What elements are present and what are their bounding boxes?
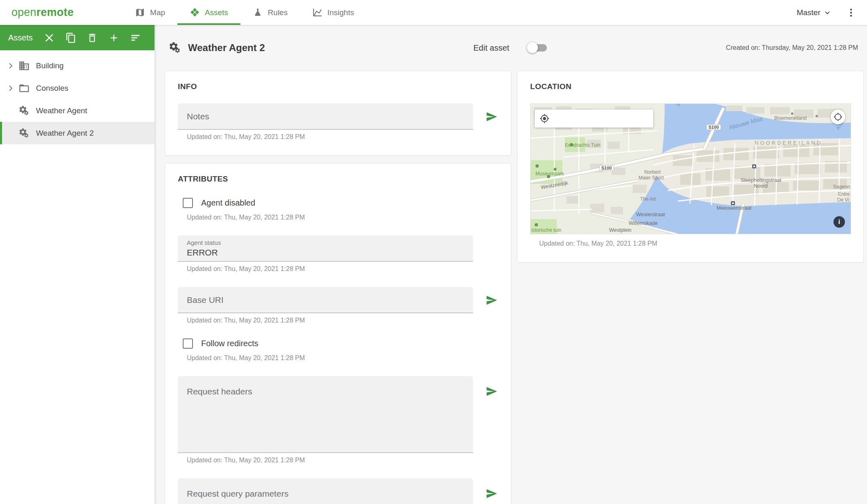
send-icon — [486, 294, 497, 306]
notes-field-label: Notes — [187, 112, 209, 121]
chevron-right-icon[interactable] — [6, 61, 18, 70]
request-query-parameters-label: Request query parameters — [187, 489, 289, 499]
agent-status-field: Agent status ERROR — [178, 235, 473, 262]
chevron-down-icon — [823, 8, 832, 17]
map-info-button[interactable]: i — [833, 216, 845, 228]
base-uri-field[interactable]: Base URI — [178, 287, 473, 313]
asset-viewer: Weather Agent 2 Edit asset Created on: T… — [155, 25, 867, 504]
tab-assets-label: Assets — [205, 8, 228, 17]
asset-tree: Building Consoles Weather Agent Weather … — [0, 50, 155, 144]
agent-status-label: Agent status — [187, 239, 221, 246]
tree-item-consoles[interactable]: Consoles — [0, 77, 155, 99]
copy-icon — [65, 32, 76, 43]
tab-map[interactable]: Map — [123, 0, 177, 25]
kebab-menu-icon[interactable] — [846, 7, 856, 18]
tree-item-building[interactable]: Building — [0, 54, 155, 77]
agent-cogs-icon — [18, 128, 30, 139]
crosshair-icon — [833, 112, 842, 121]
main-nav: Map Assets Rules Insights — [123, 0, 366, 25]
base-uri-updated: Updated on: Thu, May 20, 2021 1:28 PM — [187, 317, 498, 324]
tree-item-label: Weather Agent — [36, 106, 87, 115]
follow-redirects-label: Follow redirects — [201, 339, 258, 348]
sidebar-header: Assets — [0, 25, 155, 50]
tab-rules-label: Rules — [268, 8, 288, 17]
chevron-spacer — [6, 106, 18, 115]
insights-icon — [312, 7, 323, 18]
geolocate-icon — [540, 114, 549, 123]
send-icon — [486, 488, 497, 500]
tab-map-label: Map — [150, 8, 165, 17]
notes-updated-text: Updated on: Thu, May 20, 2021 1:28 PM — [187, 133, 498, 141]
logo-text-open: open — [11, 6, 36, 18]
follow-redirects-checkbox[interactable] — [183, 338, 193, 349]
send-icon — [486, 385, 497, 397]
request-headers-field[interactable]: Request headers — [178, 376, 473, 453]
tree-item-label: Consoles — [36, 84, 68, 93]
chevron-right-icon[interactable] — [6, 84, 18, 93]
send-icon — [486, 111, 497, 123]
duplicate-asset-button[interactable] — [63, 30, 78, 45]
attribute-follow-redirects: Follow redirects Updated on: Thu, May 20… — [178, 338, 498, 362]
follow-redirects-updated: Updated on: Thu, May 20, 2021 1:28 PM — [187, 354, 498, 362]
trash-icon — [87, 32, 98, 43]
openremote-logo[interactable]: openremote — [0, 6, 74, 19]
tree-item-weather-agent-2[interactable]: Weather Agent 2 — [0, 122, 155, 144]
realm-label: Master — [797, 8, 820, 17]
tab-assets[interactable]: Assets — [177, 0, 240, 25]
delete-asset-button[interactable] — [85, 30, 100, 45]
agent-status-updated: Updated on: Thu, May 20, 2021 1:28 PM — [187, 265, 498, 273]
asset-type-icon — [168, 41, 181, 54]
tab-insights-label: Insights — [327, 8, 354, 17]
location-updated-text: Updated on: Thu, May 20, 2021 1:28 PM — [539, 240, 851, 247]
attribute-request-headers: Request headers Updated on: Thu, May 20,… — [178, 376, 498, 464]
map-search-input[interactable] — [553, 114, 648, 123]
folder-icon — [18, 83, 30, 94]
agent-cogs-icon — [18, 105, 30, 116]
request-query-parameters-field[interactable]: Request query parameters — [178, 478, 473, 504]
attribute-agent-status: Agent status ERROR Updated on: Thu, May … — [178, 235, 498, 273]
tree-item-weather-agent[interactable]: Weather Agent — [0, 99, 155, 122]
info-card: INFO Notes Updated on: Thu, May 20, 2021… — [165, 71, 511, 156]
close-filter-button[interactable] — [41, 30, 57, 45]
plus-icon — [108, 32, 119, 43]
attributes-card-title: ATTRIBUTES — [178, 175, 498, 184]
tab-rules[interactable]: Rules — [240, 0, 300, 25]
edit-asset-toggle[interactable] — [528, 44, 547, 52]
info-card-title: INFO — [178, 82, 498, 91]
agent-disabled-updated: Updated on: Thu, May 20, 2021 1:28 PM — [187, 214, 498, 221]
map-geolocate-button[interactable] — [831, 110, 845, 124]
close-icon — [44, 32, 55, 43]
toggle-knob — [527, 42, 538, 53]
assets-icon — [190, 7, 200, 18]
building-icon — [18, 60, 30, 72]
attribute-request-query-parameters: Request query parameters Updated on: Thu… — [178, 478, 498, 504]
tab-insights[interactable]: Insights — [300, 0, 366, 25]
request-headers-label: Request headers — [187, 387, 252, 396]
add-asset-button[interactable] — [106, 30, 122, 45]
tree-item-label: Building — [36, 61, 64, 70]
agent-disabled-checkbox[interactable] — [183, 198, 193, 208]
base-uri-send-button[interactable] — [484, 293, 498, 307]
sidebar-title: Assets — [8, 33, 33, 43]
map-canvas[interactable]: Scheepm S100 Nieuwe Maa Bloemeneiland NO… — [530, 103, 851, 234]
attributes-card: ATTRIBUTES Agent disabled Updated on: Th… — [165, 163, 511, 504]
agent-status-value: ERROR — [187, 248, 218, 258]
map-search-box — [535, 110, 653, 128]
created-on-text: Created on: Thursday, May 20, 2021 1:28 … — [726, 44, 858, 52]
sort-assets-button[interactable] — [128, 30, 143, 45]
location-card-title: LOCATION — [530, 82, 851, 91]
request-query-parameters-send-button[interactable] — [484, 486, 498, 500]
chevron-spacer — [6, 129, 18, 138]
request-headers-send-button[interactable] — [484, 384, 498, 398]
topbar-right: Master — [797, 7, 867, 18]
notes-send-button[interactable] — [484, 110, 498, 123]
request-headers-updated: Updated on: Thu, May 20, 2021 1:28 PM — [187, 457, 498, 464]
attribute-agent-disabled: Agent disabled Updated on: Thu, May 20, … — [178, 198, 498, 221]
realm-selector[interactable]: Master — [797, 8, 832, 17]
agent-disabled-label: Agent disabled — [201, 198, 255, 208]
sort-icon — [130, 32, 141, 43]
notes-field[interactable]: Notes — [178, 103, 473, 130]
map-icon — [135, 7, 145, 18]
topbar: openremote Map Assets Rules Insights Mas… — [0, 0, 867, 25]
page-title: Weather Agent 2 — [188, 42, 265, 54]
